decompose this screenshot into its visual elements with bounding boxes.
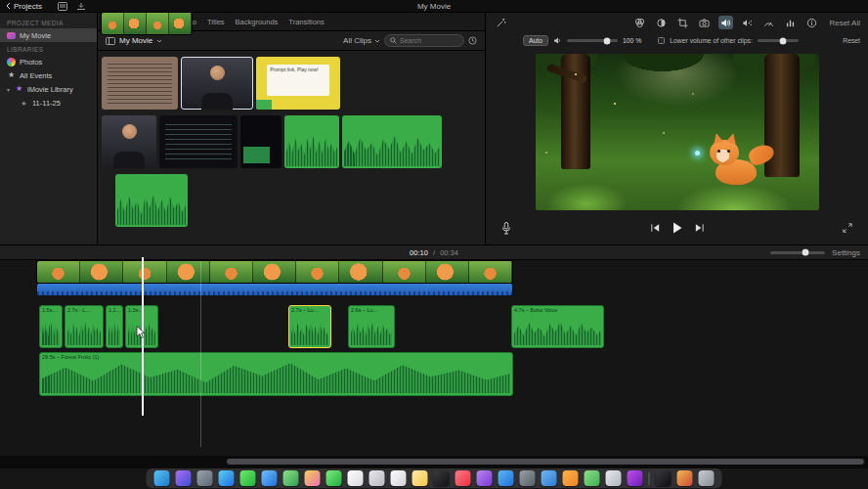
stabilization-icon[interactable]: [697, 16, 712, 29]
photos-dock-icon[interactable]: [305, 470, 321, 486]
calendar-dock-icon[interactable]: [348, 470, 364, 486]
preview-scene[interactable]: [536, 54, 819, 210]
enhance-magic-wand-icon[interactable]: [494, 16, 508, 29]
speaker-icon[interactable]: [553, 36, 562, 45]
audio-clip[interactable]: 2.6s – Lu...: [348, 305, 395, 348]
media-browser-icon[interactable]: [58, 2, 67, 11]
contacts-dock-icon[interactable]: [369, 470, 385, 486]
import-media-icon[interactable]: [76, 2, 86, 11]
audio-clip[interactable]: 2.7s – Lu...: [288, 305, 331, 348]
imovie-dock-icon[interactable]: [628, 470, 643, 486]
recents-icon[interactable]: [468, 36, 477, 45]
safari-dock-icon[interactable]: [219, 470, 235, 486]
person-head: [122, 124, 137, 139]
auto-volume-button[interactable]: Auto: [523, 35, 548, 46]
zoom-slider-thumb[interactable]: [802, 249, 808, 256]
adjust-icons-group: [632, 16, 819, 29]
skip-forward-button[interactable]: [694, 223, 705, 233]
lower-volume-label: Lower volume of other clips:: [670, 37, 753, 44]
sidebar-item-all-events[interactable]: All Events: [0, 68, 97, 82]
pages-dock-icon[interactable]: [563, 470, 579, 486]
fullscreen-button[interactable]: [843, 223, 852, 233]
sidebar-item-my-movie[interactable]: My Movie: [0, 28, 97, 42]
sidebar-item-photos[interactable]: Photos: [0, 55, 97, 68]
facetime-dock-icon[interactable]: [326, 470, 342, 486]
audio-clip-thumb-2[interactable]: [342, 115, 442, 168]
launchpad-dock-icon[interactable]: [197, 470, 213, 486]
screen-recording-clip-2[interactable]: [240, 115, 282, 168]
volume-icon[interactable]: [718, 16, 733, 29]
podcasts-dock-icon[interactable]: [477, 470, 493, 486]
fox-video-clip[interactable]: [102, 13, 192, 34]
play-button[interactable]: [673, 222, 682, 234]
presenter-clip-2[interactable]: [102, 115, 156, 168]
audio-clip-thumb-1[interactable]: [284, 115, 339, 168]
clip-label: 1.5s...: [40, 306, 62, 314]
clip-filter-effects-icon[interactable]: [783, 16, 798, 29]
freeform-dock-icon[interactable]: [606, 470, 622, 486]
maps-dock-icon[interactable]: [283, 470, 299, 486]
tab-backgrounds[interactable]: Backgrounds: [236, 18, 279, 26]
audio-clip[interactable]: 1.5s...: [39, 305, 63, 348]
tab-titles[interactable]: Titles: [207, 18, 225, 26]
reminders-dock-icon[interactable]: [391, 470, 407, 486]
chrome-dock-icon[interactable]: [677, 470, 693, 486]
skip-back-button[interactable]: [650, 223, 661, 233]
volume-slider-thumb[interactable]: [603, 37, 610, 44]
sidebar-item-label: Photos: [20, 58, 42, 67]
reset-all-button[interactable]: Reset All: [829, 19, 860, 27]
reset-button[interactable]: Reset: [843, 37, 860, 44]
messages-dock-icon[interactable]: [240, 470, 256, 486]
audio-clip-thumb-3[interactable]: [115, 174, 188, 227]
sidebar-item-imovie-library[interactable]: iMovie Library: [0, 82, 97, 96]
sidebar-toggle-icon[interactable]: [106, 37, 115, 45]
back-to-projects-button[interactable]: Projects: [6, 2, 42, 11]
playhead[interactable]: [142, 257, 144, 416]
voiceover-mic-button[interactable]: [501, 222, 511, 235]
notes-dock-icon[interactable]: [412, 470, 428, 486]
audio-clip[interactable]: 2.7s - L...: [65, 305, 104, 348]
timeline[interactable]: 1.5s...2.7s - L...1.2...1.3s...2.7s – Lu…: [0, 261, 868, 456]
ducking-slider[interactable]: [758, 39, 799, 42]
music-clip[interactable]: 29.5s – Forest Frolic (1): [39, 352, 513, 396]
sidebar: PROJECT MEDIA My Movie LIBRARIES PhotosA…: [0, 13, 98, 244]
presenter-clip[interactable]: [181, 57, 253, 110]
scrollbar-thumb[interactable]: [227, 459, 864, 465]
info-icon[interactable]: [804, 16, 819, 29]
finder-dock-icon[interactable]: [154, 470, 170, 486]
sidebar-project-list: My Movie: [0, 28, 97, 42]
audio-clip[interactable]: 1.2...: [106, 305, 123, 348]
timeline-settings-button[interactable]: Settings: [832, 248, 860, 257]
color-balance-icon[interactable]: [632, 16, 647, 29]
sidebar-item-11-11-25[interactable]: 11-11-25: [0, 96, 97, 110]
app-store-dock-icon[interactable]: [499, 470, 514, 486]
notes-document-clip[interactable]: [102, 57, 178, 110]
numbers-dock-icon[interactable]: [585, 470, 600, 486]
tv-dock-icon[interactable]: [434, 470, 450, 486]
star-purple-icon: [15, 85, 23, 94]
clip-filter-dropdown[interactable]: All Clips: [343, 36, 380, 45]
thumb-row-1: Prompt link, Play now!: [102, 57, 481, 110]
crop-icon[interactable]: [675, 16, 690, 29]
audio-clip[interactable]: 4.7s – Bobo Voice: [511, 305, 604, 348]
color-correction-icon[interactable]: [654, 16, 669, 29]
timeline-zoom-slider[interactable]: [770, 251, 825, 254]
volume-slider[interactable]: [567, 39, 618, 42]
tab-transitions[interactable]: Transitions: [288, 18, 324, 26]
lower-volume-checkbox[interactable]: [658, 37, 665, 44]
promo-graphic-clip[interactable]: Prompt link, Play now!: [256, 57, 340, 110]
speed-icon[interactable]: [761, 16, 776, 29]
music-dock-icon[interactable]: [456, 470, 471, 486]
screen-recording-clip[interactable]: [159, 115, 238, 168]
system-settings-dock-icon[interactable]: [520, 470, 536, 486]
keynote-dock-icon[interactable]: [542, 470, 557, 486]
mail-dock-icon[interactable]: [262, 470, 278, 486]
terminal-dock-icon[interactable]: [656, 470, 672, 486]
noise-reduction-icon[interactable]: [740, 16, 755, 29]
search-field[interactable]: [384, 34, 464, 47]
siri-dock-icon[interactable]: [176, 470, 192, 486]
ducking-slider-thumb[interactable]: [779, 37, 786, 44]
trash-dock-icon[interactable]: [699, 470, 715, 486]
sidebar-library-list: PhotosAll EventsiMovie Library11-11-25: [0, 55, 97, 110]
search-input[interactable]: [400, 37, 458, 44]
